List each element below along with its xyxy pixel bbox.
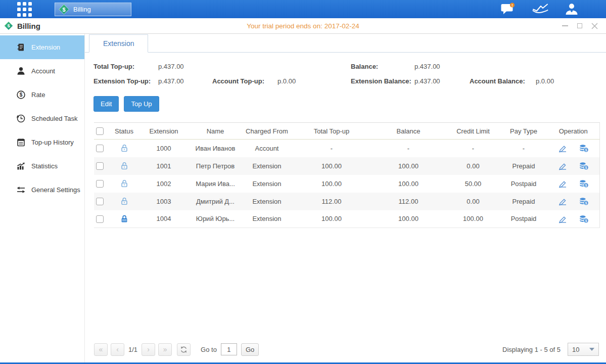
edit-row-icon[interactable] — [557, 179, 568, 188]
svg-text:$: $ — [585, 201, 587, 205]
sidebar-item-rate[interactable]: $ Rate — [0, 83, 84, 107]
column-header-credit-limit: Credit Limit — [446, 123, 500, 140]
edit-row-icon[interactable] — [557, 144, 568, 153]
column-header-extension: Extension — [138, 123, 190, 140]
refresh-icon — [180, 346, 188, 353]
locked-icon — [120, 214, 129, 223]
taskbar-tab-billing[interactable]: $ Billing — [55, 3, 131, 16]
prev-page-button[interactable]: ‹ — [111, 343, 124, 356]
cell-total-topup: 100.00 — [293, 157, 370, 175]
window-title: Billing — [17, 22, 40, 30]
balance-label: Balance: — [351, 63, 414, 70]
cell-charged-from: Extension — [241, 157, 293, 175]
topbar: $ Billing ! — [0, 0, 606, 18]
taskbar-tab-label: Billing — [73, 6, 91, 13]
goto-page-input[interactable] — [221, 343, 237, 355]
refresh-button[interactable] — [177, 343, 191, 356]
bar-chart-icon — [16, 161, 26, 171]
unlocked-icon — [120, 197, 129, 206]
unlocked-icon — [120, 179, 129, 188]
edit-row-icon[interactable] — [557, 161, 568, 170]
sidebar-item-label: Account — [31, 67, 55, 75]
topbar-actions: ! — [500, 3, 578, 16]
close-button[interactable] — [591, 22, 598, 29]
extension-balance-label: Extension Balance: — [351, 77, 414, 85]
row-checkbox[interactable] — [96, 180, 104, 188]
sidebar-item-topup-history[interactable]: Top-up History — [0, 130, 84, 154]
tab-extension[interactable]: Extension — [89, 34, 148, 53]
cell-credit-limit: 0.00 — [446, 193, 500, 210]
pagination-bar: « ‹ 1/1 › » Go to Go Displaying — [85, 343, 606, 362]
transfer-arrows-icon — [16, 185, 26, 195]
row-checkbox[interactable] — [96, 145, 104, 152]
sidebar: Extension Account $ Rate — [0, 34, 85, 362]
topup-row-icon[interactable]: $ — [579, 197, 589, 206]
goto-label: Go to — [201, 346, 217, 353]
row-checkbox[interactable] — [96, 162, 104, 170]
chevron-down-icon — [589, 348, 594, 351]
dollar-circle-icon: $ — [16, 90, 26, 100]
edit-button[interactable]: Edit — [94, 96, 119, 112]
toolbar: Edit Top Up — [94, 96, 606, 112]
user-account-button[interactable] — [565, 3, 578, 15]
cell-charged-from: Account — [241, 140, 293, 157]
sidebar-item-statistics[interactable]: Statistics — [0, 154, 84, 178]
sidebar-item-account[interactable]: Account — [0, 59, 84, 83]
sidebar-item-scheduled-task[interactable]: Scheduled Task — [0, 107, 84, 130]
column-header-status: Status — [110, 123, 138, 140]
column-header-charged-from: Charged From — [241, 123, 293, 140]
cell-pay-type: Prepaid — [500, 157, 547, 175]
pagination-right: Displaying 1 - 5 of 5 10 — [502, 343, 599, 356]
total-topup-label: Total Top-up: — [94, 63, 158, 70]
cell-name: Иван Иванов — [190, 140, 241, 157]
cell-name: Юрий Юрь... — [190, 210, 241, 228]
column-header-name: Name — [190, 123, 241, 140]
ledger-icon — [16, 42, 26, 52]
table-row: 1004 Юрий Юрь... Extension 100.00 100.00… — [94, 210, 599, 228]
minimize-button[interactable] — [562, 22, 569, 29]
topup-row-icon[interactable]: $ — [579, 179, 589, 188]
maximize-button[interactable] — [576, 22, 583, 29]
cell-charged-from: Extension — [241, 210, 293, 228]
sidebar-item-label: Statistics — [31, 162, 58, 170]
account-balance-label: Account Balance: — [470, 77, 536, 85]
statistics-monitor-button[interactable] — [532, 3, 549, 16]
cell-total-topup: 100.00 — [293, 210, 370, 228]
edit-row-icon[interactable] — [557, 197, 568, 206]
next-page-button[interactable]: › — [142, 343, 155, 356]
cell-extension: 1004 — [138, 210, 190, 228]
sidebar-item-general-settings[interactable]: General Settings — [0, 178, 84, 202]
column-header-balance: Balance — [370, 123, 446, 140]
topup-row-icon[interactable]: $ — [579, 144, 589, 153]
cell-extension: 1001 — [138, 157, 190, 175]
line-chart-icon — [532, 3, 549, 16]
topup-row-icon[interactable]: $ — [579, 214, 589, 223]
unlocked-icon — [120, 161, 129, 170]
sidebar-item-label: Extension — [31, 43, 60, 51]
row-checkbox[interactable] — [96, 198, 104, 205]
top-up-button[interactable]: Top Up — [124, 96, 159, 112]
sidebar-item-extension[interactable]: Extension — [0, 35, 84, 59]
first-page-button[interactable]: « — [94, 343, 108, 356]
cell-name: Мария Ива... — [190, 175, 241, 193]
cell-total-topup: 100.00 — [293, 175, 370, 193]
last-page-button[interactable]: » — [158, 343, 172, 356]
tab-label: Extension — [103, 39, 134, 48]
topup-row-icon[interactable]: $ — [579, 161, 589, 170]
cell-pay-type: - — [500, 140, 547, 157]
page-size-select[interactable]: 10 — [568, 343, 599, 356]
billing-window-icon: $ — [4, 21, 13, 30]
svg-text:$: $ — [585, 184, 587, 188]
cell-total-topup: - — [293, 140, 370, 157]
extension-topup-value: p.437.00 — [158, 77, 212, 85]
app-launcher-icon[interactable] — [17, 2, 32, 17]
person-icon — [16, 66, 26, 76]
select-all-checkbox[interactable] — [96, 127, 104, 135]
cell-balance: 112.00 — [370, 193, 446, 210]
tabstrip: Extension — [85, 34, 606, 53]
go-button[interactable]: Go — [241, 343, 259, 356]
edit-row-icon[interactable] — [557, 214, 568, 223]
notifications-button[interactable]: ! — [500, 3, 516, 16]
row-checkbox[interactable] — [96, 215, 104, 223]
displaying-info: Displaying 1 - 5 of 5 — [502, 346, 561, 353]
